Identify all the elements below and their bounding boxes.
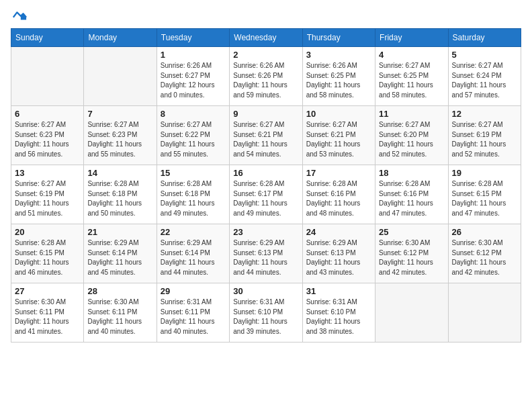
calendar-day-cell: 8Sunrise: 6:27 AMSunset: 6:22 PMDaylight… [157,106,229,165]
calendar-day-cell: 14Sunrise: 6:28 AMSunset: 6:18 PMDayligh… [84,165,157,224]
day-info: Sunrise: 6:27 AMSunset: 6:25 PMDaylight:… [379,61,444,100]
day-number: 1 [161,50,226,60]
calendar-day-header: Thursday [302,29,375,47]
page-header [11,11,521,20]
day-info: Sunrise: 6:30 AMSunset: 6:11 PMDaylight:… [15,298,80,336]
calendar-day-header: Wednesday [230,29,302,47]
day-number: 28 [87,286,152,296]
day-info: Sunrise: 6:28 AMSunset: 6:15 PMDaylight:… [452,179,517,218]
day-number: 9 [233,109,298,119]
calendar-day-header: Monday [84,29,157,47]
day-info: Sunrise: 6:29 AMSunset: 6:13 PMDaylight:… [233,238,298,277]
calendar-day-cell: 22Sunrise: 6:29 AMSunset: 6:14 PMDayligh… [157,224,229,283]
day-number: 15 [161,168,226,178]
day-info: Sunrise: 6:27 AMSunset: 6:19 PMDaylight:… [15,179,80,218]
day-number: 21 [87,227,152,237]
day-info: Sunrise: 6:26 AMSunset: 6:26 PMDaylight:… [233,61,298,100]
calendar-week-row: 6Sunrise: 6:27 AMSunset: 6:23 PMDaylight… [11,106,521,165]
day-info: Sunrise: 6:27 AMSunset: 6:21 PMDaylight:… [306,120,371,159]
day-number: 8 [161,109,226,119]
calendar-day-cell: 29Sunrise: 6:31 AMSunset: 6:11 PMDayligh… [157,283,229,342]
calendar-day-cell: 3Sunrise: 6:26 AMSunset: 6:25 PMDaylight… [302,47,375,106]
day-number: 17 [306,168,371,178]
calendar-day-cell: 19Sunrise: 6:28 AMSunset: 6:15 PMDayligh… [448,165,521,224]
day-info: Sunrise: 6:31 AMSunset: 6:10 PMDaylight:… [233,298,298,336]
day-number: 26 [452,227,517,237]
day-number: 25 [379,227,444,237]
day-number: 27 [15,286,80,296]
day-number: 19 [452,168,517,178]
day-info: Sunrise: 6:27 AMSunset: 6:23 PMDaylight:… [15,120,80,159]
day-info: Sunrise: 6:27 AMSunset: 6:24 PMDaylight:… [452,61,517,100]
day-number: 20 [15,227,80,237]
calendar-day-cell: 26Sunrise: 6:30 AMSunset: 6:12 PMDayligh… [448,224,521,283]
day-info: Sunrise: 6:28 AMSunset: 6:15 PMDaylight:… [15,238,80,277]
calendar-day-cell: 24Sunrise: 6:29 AMSunset: 6:13 PMDayligh… [302,224,375,283]
calendar-day-cell [375,283,448,342]
calendar-day-cell: 4Sunrise: 6:27 AMSunset: 6:25 PMDaylight… [375,47,448,106]
day-number: 29 [161,286,226,296]
day-number: 24 [306,227,371,237]
calendar-day-cell: 5Sunrise: 6:27 AMSunset: 6:24 PMDaylight… [448,47,521,106]
day-number: 18 [379,168,444,178]
day-number: 30 [233,286,298,296]
calendar-day-cell: 16Sunrise: 6:28 AMSunset: 6:17 PMDayligh… [230,165,302,224]
day-info: Sunrise: 6:29 AMSunset: 6:13 PMDaylight:… [306,238,371,277]
calendar-day-cell: 13Sunrise: 6:27 AMSunset: 6:19 PMDayligh… [11,165,84,224]
day-number: 31 [306,286,371,296]
calendar-day-cell: 17Sunrise: 6:28 AMSunset: 6:16 PMDayligh… [302,165,375,224]
calendar-page: SundayMondayTuesdayWednesdayThursdayFrid… [0,0,532,411]
day-number: 10 [306,109,371,119]
day-info: Sunrise: 6:28 AMSunset: 6:16 PMDaylight:… [306,179,371,218]
day-number: 13 [15,168,80,178]
day-info: Sunrise: 6:26 AMSunset: 6:25 PMDaylight:… [306,61,371,100]
calendar-week-row: 27Sunrise: 6:30 AMSunset: 6:11 PMDayligh… [11,283,521,342]
calendar-day-cell: 30Sunrise: 6:31 AMSunset: 6:10 PMDayligh… [230,283,302,342]
logo [11,11,27,20]
day-info: Sunrise: 6:27 AMSunset: 6:19 PMDaylight:… [452,120,517,159]
calendar-day-cell: 27Sunrise: 6:30 AMSunset: 6:11 PMDayligh… [11,283,84,342]
calendar-day-cell: 23Sunrise: 6:29 AMSunset: 6:13 PMDayligh… [230,224,302,283]
day-info: Sunrise: 6:27 AMSunset: 6:23 PMDaylight:… [87,120,152,159]
calendar-week-row: 1Sunrise: 6:26 AMSunset: 6:27 PMDaylight… [11,47,521,106]
calendar-day-header: Saturday [448,29,521,47]
calendar-day-cell: 7Sunrise: 6:27 AMSunset: 6:23 PMDaylight… [84,106,157,165]
day-info: Sunrise: 6:27 AMSunset: 6:21 PMDaylight:… [233,120,298,159]
calendar-day-cell: 2Sunrise: 6:26 AMSunset: 6:26 PMDaylight… [230,47,302,106]
calendar-header-row: SundayMondayTuesdayWednesdayThursdayFrid… [11,29,521,47]
calendar-day-cell: 18Sunrise: 6:28 AMSunset: 6:16 PMDayligh… [375,165,448,224]
calendar-day-cell: 25Sunrise: 6:30 AMSunset: 6:12 PMDayligh… [375,224,448,283]
calendar-day-cell [84,47,157,106]
calendar-day-cell: 21Sunrise: 6:29 AMSunset: 6:14 PMDayligh… [84,224,157,283]
calendar-day-cell [11,47,84,106]
day-number: 12 [452,109,517,119]
day-number: 23 [233,227,298,237]
calendar-day-cell: 20Sunrise: 6:28 AMSunset: 6:15 PMDayligh… [11,224,84,283]
calendar-week-row: 20Sunrise: 6:28 AMSunset: 6:15 PMDayligh… [11,224,521,283]
calendar-week-row: 13Sunrise: 6:27 AMSunset: 6:19 PMDayligh… [11,165,521,224]
calendar-day-cell: 1Sunrise: 6:26 AMSunset: 6:27 PMDaylight… [157,47,229,106]
day-info: Sunrise: 6:28 AMSunset: 6:18 PMDaylight:… [161,179,226,218]
day-info: Sunrise: 6:28 AMSunset: 6:18 PMDaylight:… [87,179,152,218]
calendar-day-cell: 15Sunrise: 6:28 AMSunset: 6:18 PMDayligh… [157,165,229,224]
day-info: Sunrise: 6:28 AMSunset: 6:16 PMDaylight:… [379,179,444,218]
day-number: 22 [161,227,226,237]
day-number: 7 [87,109,152,119]
day-info: Sunrise: 6:29 AMSunset: 6:14 PMDaylight:… [87,238,152,277]
day-number: 16 [233,168,298,178]
day-number: 3 [306,50,371,60]
day-number: 11 [379,109,444,119]
day-number: 5 [452,50,517,60]
calendar-table: SundayMondayTuesdayWednesdayThursdayFrid… [11,28,521,342]
calendar-day-header: Friday [375,29,448,47]
day-info: Sunrise: 6:26 AMSunset: 6:27 PMDaylight:… [161,61,226,100]
calendar-day-header: Tuesday [157,29,229,47]
day-info: Sunrise: 6:28 AMSunset: 6:17 PMDaylight:… [233,179,298,218]
day-info: Sunrise: 6:31 AMSunset: 6:10 PMDaylight:… [306,298,371,336]
day-info: Sunrise: 6:31 AMSunset: 6:11 PMDaylight:… [161,298,226,336]
day-info: Sunrise: 6:29 AMSunset: 6:14 PMDaylight:… [161,238,226,277]
calendar-day-cell: 12Sunrise: 6:27 AMSunset: 6:19 PMDayligh… [448,106,521,165]
logo-icon [12,8,27,23]
calendar-day-cell: 28Sunrise: 6:30 AMSunset: 6:11 PMDayligh… [84,283,157,342]
day-info: Sunrise: 6:30 AMSunset: 6:12 PMDaylight:… [452,238,517,277]
